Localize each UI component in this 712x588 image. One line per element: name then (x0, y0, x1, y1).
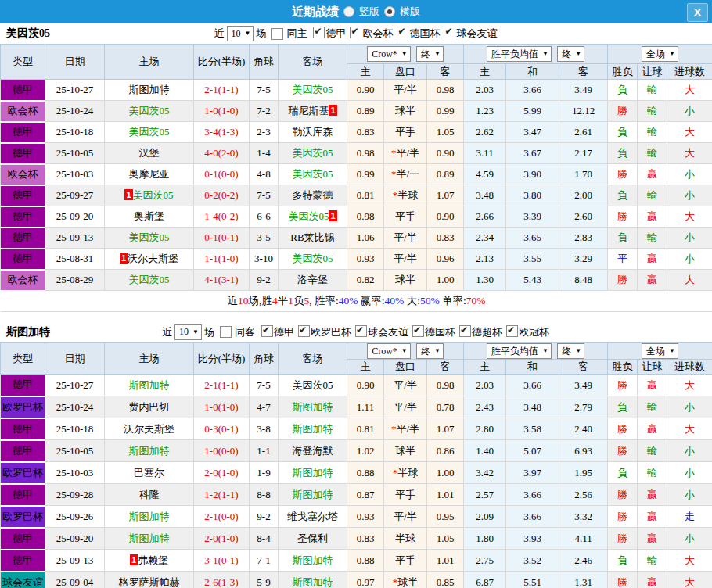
match-row: 欧罗巴杯25-09-26斯图加特2-1(0-0)9-2维戈塞尔塔0.93平/半0… (1, 506, 712, 528)
home-team-cell: 1沃尔夫斯堡 (105, 249, 194, 270)
handicap-line: 球半 (397, 576, 418, 588)
league-filter-checkbox[interactable] (350, 27, 361, 38)
league-filter-checkbox[interactable] (261, 325, 273, 337)
col-header-odds-away: 客 (427, 360, 464, 375)
league-filter-group: 德甲欧罗巴杯球会友谊德国杯德超杯欧冠杯 (258, 325, 550, 339)
avg-away-cell: 1.31 (559, 572, 608, 588)
goals-result-cell: 小 (667, 528, 712, 550)
handicap-result-cell: 贏 (638, 506, 667, 528)
league-badge: 德甲 (1, 122, 45, 143)
odds-home-cell: 0.90 (347, 80, 384, 101)
outcome-cell: 負 (608, 228, 638, 249)
scope-select[interactable]: 全场▼ (642, 46, 678, 62)
games-label: 场 (204, 325, 214, 339)
avg-draw-cell: 3.66 (506, 506, 559, 528)
handicap-result-cell: 輸 (638, 396, 667, 418)
avg-final-select[interactable]: 终▼ (557, 343, 584, 359)
odds-group-header: Crow*▼ 终▼ (347, 45, 464, 64)
league-filter-label: 德国杯 (425, 326, 455, 338)
goals-result-cell: 大 (667, 550, 712, 572)
avg-draw-cell: 5.99 (506, 101, 559, 122)
odds-home-cell: 0.98 (347, 206, 384, 228)
team-name: 美因茨05 (129, 105, 170, 117)
league-badge: 德甲 (1, 375, 45, 396)
league-filter-checkbox[interactable] (298, 325, 310, 337)
score-cell: 0-2(0-2) (194, 185, 250, 206)
match-date: 25-08-31 (45, 249, 105, 270)
goals-result-cell: 大 (667, 270, 712, 291)
layout-vertical-label: 竖版 (359, 5, 379, 19)
col-header-odds-home: 主 (347, 360, 384, 375)
full-time-score: 0-2 (204, 189, 218, 201)
avg-home-cell: 2.09 (464, 506, 506, 528)
score-cell: 3-4(1-3) (194, 122, 250, 143)
match-row: 德甲25-10-27斯图加特2-1(1-1)7-5美因茨050.90平/半0.9… (1, 80, 712, 101)
full-time-score: 1-4 (204, 210, 218, 222)
col-header-type: 类型 (1, 343, 45, 375)
col-header-date: 日期 (45, 45, 105, 80)
score-cell: 0-3(0-1) (194, 418, 250, 440)
full-time-score: 1-2 (204, 489, 218, 500)
layout-vertical-radio[interactable] (343, 6, 354, 17)
odds-away-cell: 0.98 (427, 80, 464, 101)
avg-odds-select[interactable]: 胜平负均值▼ (487, 343, 552, 359)
match-row: 欧会杯25-10-24美因茨051-0(1-0)7-2瑞尼斯基10.89球半0.… (1, 101, 712, 122)
goals-result-cell: 小 (667, 396, 712, 418)
goals-result-cell: 小 (667, 185, 712, 206)
odds-handicap-cell: *半球 (384, 185, 427, 206)
league-filter-checkbox[interactable] (412, 325, 424, 337)
odds-company-select[interactable]: Crow*▼ (367, 46, 411, 62)
handicap-result-cell: 輸 (638, 185, 667, 206)
avg-odds-select[interactable]: 胜平负均值▼ (487, 46, 552, 62)
scope-select[interactable]: 全场▼ (642, 343, 678, 359)
odds-company-select[interactable]: Crow*▼ (367, 343, 411, 359)
avg-final-select[interactable]: 终▼ (557, 46, 584, 62)
same-venue-checkbox[interactable] (271, 28, 283, 40)
league-filter-checkbox[interactable] (355, 325, 367, 337)
league-badge: 欧罗巴杯 (1, 462, 45, 484)
games-label: 场 (256, 27, 266, 41)
half-time-score: (0-2) (218, 189, 239, 201)
league-filter-checkbox[interactable] (459, 325, 471, 337)
avg-draw-cell: 3.65 (506, 228, 559, 249)
close-icon[interactable]: X (687, 3, 708, 22)
league-badge: 德甲 (1, 228, 45, 249)
match-date: 25-10-18 (45, 418, 105, 440)
outcome-cell: 勝 (608, 206, 638, 228)
col-header-handicap-result: 让球 (638, 64, 667, 80)
same-venue-checkbox[interactable] (220, 326, 232, 338)
avg-away-cell: 3.32 (559, 506, 608, 528)
handicap-result-cell: 贏 (638, 572, 667, 588)
team-name: 斯图加特 (129, 379, 170, 391)
col-header-avg-home: 主 (464, 64, 506, 80)
team-name: 美因茨05 (293, 147, 333, 159)
avg-away-cell: 2.17 (559, 143, 608, 164)
odds-handicap-cell: 球半 (384, 270, 427, 291)
recent-count-select[interactable]: 10▼ (227, 26, 254, 41)
league-filter-label: 德国杯 (409, 27, 440, 39)
league-filter-checkbox[interactable] (313, 27, 325, 38)
league-filter-checkbox[interactable] (506, 325, 518, 337)
odds-final-select[interactable]: 终▼ (416, 343, 444, 359)
recent-count-select[interactable]: 10▼ (174, 324, 202, 340)
league-filter-label: 球会友谊 (456, 27, 497, 39)
avg-draw-cell: 5.51 (506, 572, 559, 588)
team-name: 沃尔夫斯堡 (128, 253, 178, 264)
chevron-down-icon: ▼ (192, 329, 199, 335)
team-name: 奥摩尼亚 (129, 168, 170, 180)
handicap-result-cell: 贏 (638, 484, 667, 506)
match-date: 25-10-24 (45, 396, 105, 418)
layout-horizontal-radio[interactable] (384, 6, 395, 17)
avg-group-header: 胜平负均值▼ 终▼ (464, 45, 608, 64)
league-badge: 欧会杯 (1, 164, 45, 185)
recent-results-window: 近期战绩 竖版 横版 X 美因茨05 近 10▼ 场 同主 德甲欧会杯德国杯球会… (0, 0, 712, 588)
team-name: 费内巴切 (129, 401, 170, 413)
corners-cell: 7-2 (250, 101, 279, 122)
league-filter-checkbox[interactable] (444, 27, 455, 38)
score-cell: 1-2(1-1) (194, 484, 250, 506)
odds-final-select[interactable]: 终▼ (416, 46, 444, 62)
avg-away-cell: 6.93 (559, 440, 608, 462)
chevron-down-icon: ▼ (575, 348, 581, 354)
outcome-cell: 平 (608, 249, 638, 270)
league-filter-checkbox[interactable] (397, 27, 408, 38)
